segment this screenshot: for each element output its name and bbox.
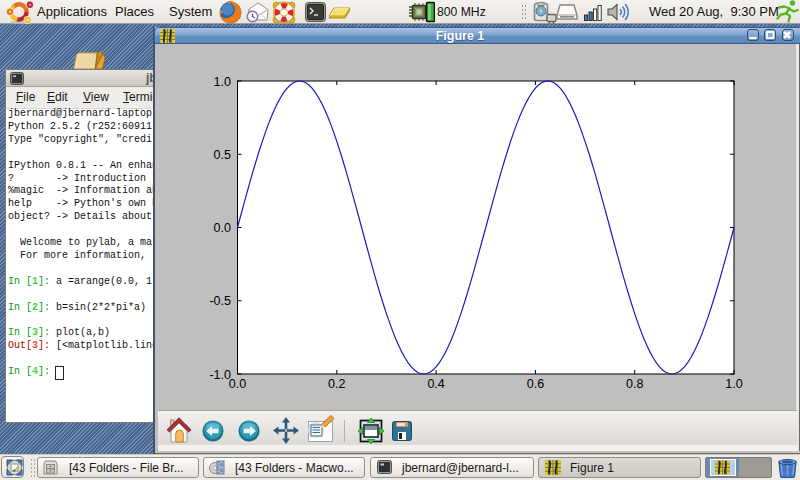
svg-text:1.0: 1.0 xyxy=(214,75,231,89)
svg-text:1.0: 1.0 xyxy=(725,377,742,391)
svg-text:0.0: 0.0 xyxy=(229,377,246,391)
svg-text:-1.0: -1.0 xyxy=(209,368,231,382)
svg-text:0.5: 0.5 xyxy=(214,148,231,162)
svg-text:0.2: 0.2 xyxy=(328,377,345,391)
svg-text:0.4: 0.4 xyxy=(427,377,444,391)
svg-text:0.6: 0.6 xyxy=(527,377,544,391)
svg-text:-0.5: -0.5 xyxy=(209,294,231,308)
svg-text:0.8: 0.8 xyxy=(626,377,643,391)
svg-text:0.0: 0.0 xyxy=(214,221,231,235)
